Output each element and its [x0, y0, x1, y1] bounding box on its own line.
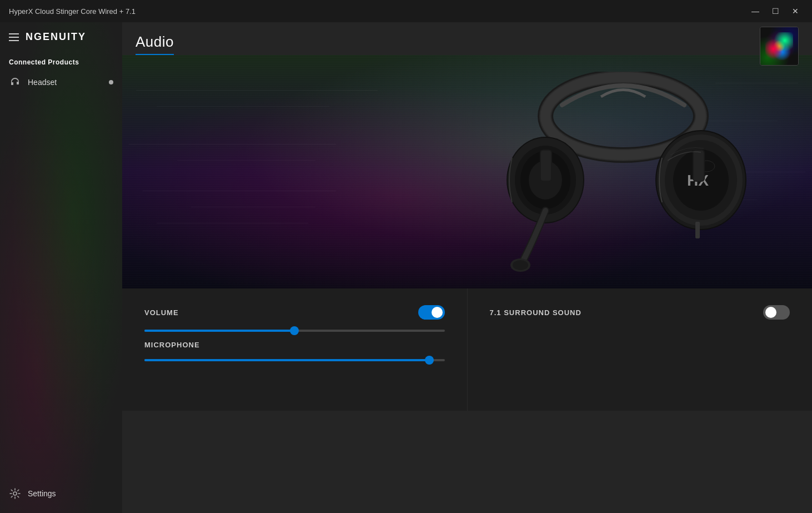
headset-icon — [9, 76, 21, 88]
microphone-slider-fill — [144, 359, 429, 361]
microphone-label: MICROPHONE — [144, 341, 200, 349]
volume-row: VOLUME — [144, 305, 445, 320]
app-container: NGENUITY Connected Products Headset — [0, 22, 812, 513]
microphone-row: MICROPHONE — [144, 341, 445, 349]
headset-label: Headset — [28, 78, 57, 87]
svg-rect-22 — [695, 222, 700, 238]
settings-icon — [9, 487, 21, 500]
controls-left: VOLUME MICROPHONE — [122, 288, 468, 411]
close-button[interactable]: ✕ — [788, 3, 803, 19]
surround-toggle[interactable] — [763, 305, 790, 320]
surround-toggle-knob — [765, 307, 776, 318]
minimize-button[interactable]: — — [748, 3, 763, 19]
preset-thumbnail-splash — [765, 32, 793, 60]
controls-right: 7.1 SURROUND SOUND — [468, 288, 813, 411]
headset-product-image: HX — [490, 72, 756, 283]
main-content: Audio — [122, 22, 812, 513]
volume-toggle[interactable] — [418, 305, 445, 320]
volume-slider-fill — [144, 330, 294, 332]
svg-rect-17 — [541, 151, 551, 181]
settings-item[interactable]: Settings — [9, 483, 113, 504]
logo: NGENUITY — [26, 31, 86, 43]
microphone-slider-thumb[interactable] — [425, 356, 434, 365]
sidebar-header: NGENUITY — [0, 22, 122, 47]
maximize-button[interactable]: ☐ — [768, 3, 783, 19]
title-bar-title: HyperX Cloud Stinger Core Wired + 7.1 — [9, 7, 748, 16]
headset-image-area: HX — [122, 55, 812, 288]
preset-thumbnail-inner — [760, 27, 798, 65]
volume-slider-track[interactable] — [144, 330, 445, 332]
microphone-slider-container — [144, 359, 445, 361]
sidebar-item-headset[interactable]: Headset — [0, 71, 122, 94]
main-header: Audio — [122, 22, 812, 55]
svg-rect-19 — [694, 151, 704, 181]
svg-point-0 — [13, 492, 17, 495]
surround-label: 7.1 SURROUND SOUND — [490, 308, 582, 317]
preset-thumbnail[interactable] — [760, 27, 799, 66]
connection-indicator — [109, 80, 113, 84]
svg-point-21 — [513, 260, 528, 270]
controls-area: VOLUME MICROPHONE — [122, 288, 812, 411]
sidebar: NGENUITY Connected Products Headset — [0, 22, 122, 513]
title-bar: HyperX Cloud Stinger Core Wired + 7.1 — … — [0, 0, 812, 22]
volume-toggle-knob — [432, 307, 443, 318]
menu-icon[interactable] — [9, 33, 19, 41]
volume-slider-container — [144, 330, 445, 332]
sidebar-footer: Settings — [0, 474, 122, 513]
volume-label: VOLUME — [144, 308, 179, 317]
sidebar-section-label: Connected Products — [0, 47, 122, 71]
microphone-section: MICROPHONE — [144, 341, 445, 361]
microphone-slider-track[interactable] — [144, 359, 445, 361]
volume-slider-thumb[interactable] — [290, 326, 299, 335]
settings-label: Settings — [28, 489, 56, 498]
title-bar-controls: — ☐ ✕ — [748, 3, 803, 19]
sidebar-background — [0, 22, 122, 513]
surround-row: 7.1 SURROUND SOUND — [490, 305, 790, 320]
page-title: Audio — [136, 33, 174, 55]
